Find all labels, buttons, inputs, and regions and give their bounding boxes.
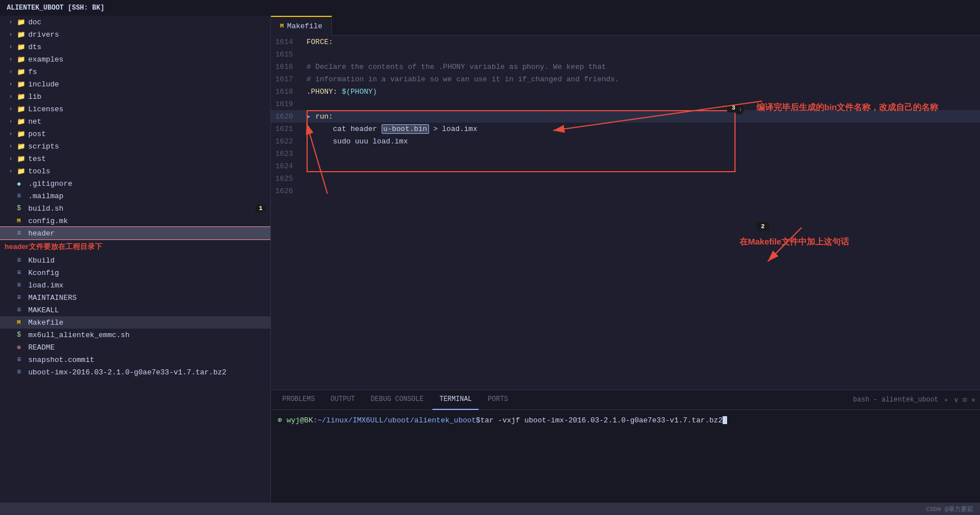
folder-icon: 📁 bbox=[17, 30, 26, 39]
sidebar-label-drivers: drivers bbox=[28, 30, 266, 39]
tab-label-makefile: Makefile bbox=[287, 22, 322, 30]
panel-tab-debug-console[interactable]: DEBUG CONSOLE bbox=[364, 390, 431, 410]
eq-icon: ≡ bbox=[17, 229, 26, 237]
sidebar-item-config.mk[interactable]: Mconfig.mk bbox=[0, 215, 270, 227]
sidebar-item-lib[interactable]: ›📁lib bbox=[0, 90, 270, 103]
sidebar-label-mx6ull_alientek_emmc.sh: mx6ull_alientek_emmc.sh bbox=[28, 331, 266, 339]
panel-tabs: PROBLEMSOUTPUTDEBUG CONSOLETERMINALPORTS… bbox=[271, 390, 980, 410]
sidebar-label-doc: doc bbox=[28, 18, 266, 27]
title-bar: ALIENTEK_UBOOT [SSH: BK] bbox=[0, 0, 980, 16]
code-line-1621: 1621 cat header u-boot.bin > load.imx bbox=[271, 123, 980, 135]
annotation-text2: 在Makefile文件中加上这句话 bbox=[740, 237, 849, 247]
panel-tab-terminal[interactable]: TERMINAL bbox=[432, 390, 479, 410]
sidebar: ›📁doc›📁drivers›📁dts›📁examples›📁fs›📁inclu… bbox=[0, 16, 271, 503]
sidebar-item-mx6ull_alientek_emmc.sh[interactable]: $mx6ull_alientek_emmc.sh bbox=[0, 329, 270, 341]
sidebar-item-dts[interactable]: ›📁dts bbox=[0, 41, 270, 53]
sidebar-label-test: test bbox=[28, 155, 266, 163]
folder-icon: 📁 bbox=[17, 93, 26, 101]
sidebar-item-header[interactable]: ≡header bbox=[0, 227, 270, 239]
folder-icon: 📁 bbox=[17, 105, 26, 114]
sidebar-item-tools[interactable]: ›📁tools bbox=[0, 165, 270, 177]
line-number-1617: 1617 bbox=[271, 75, 302, 84]
eq-icon: ≡ bbox=[17, 306, 26, 314]
sidebar-item-Kbuild[interactable]: ≡Kbuild bbox=[0, 254, 270, 267]
eq-icon: ≡ bbox=[17, 356, 26, 364]
line-content-1620: ▸ run: bbox=[302, 112, 980, 121]
title-bar-text: ALIENTEK_UBOOT [SSH: BK] bbox=[7, 4, 104, 12]
sidebar-item-Licenses[interactable]: ›📁Licenses bbox=[0, 103, 270, 115]
sidebar-item-MAINTAINERS[interactable]: ≡MAINTAINERS bbox=[0, 291, 270, 304]
sidebar-label-Kconfig: Kconfig bbox=[28, 269, 266, 277]
code-line-1616: 1616# Declare the contents of the .PHONY… bbox=[271, 60, 980, 73]
panel-tab-problems[interactable]: PROBLEMS bbox=[275, 390, 322, 410]
eq-icon: ≡ bbox=[17, 281, 26, 289]
panel-split[interactable]: ⊡ bbox=[963, 396, 967, 404]
sidebar-item-post[interactable]: ›📁post bbox=[0, 128, 270, 140]
main-layout: ›📁doc›📁drivers›📁dts›📁examples›📁fs›📁inclu… bbox=[0, 16, 980, 503]
sidebar-label-include: include bbox=[28, 80, 266, 89]
sidebar-label-load.imx: load.imx bbox=[28, 281, 266, 290]
line-number-1626: 1626 bbox=[271, 187, 302, 195]
badge-build.sh: 1 bbox=[255, 204, 266, 212]
annotation-badge2: 2 bbox=[756, 222, 769, 231]
tab-makefile[interactable]: M Makefile bbox=[271, 16, 332, 36]
line-content-1618: .PHONY: $(PHONY) bbox=[302, 88, 980, 96]
sidebar-label-tools: tools bbox=[28, 167, 266, 176]
sidebar-item-.mailmap[interactable]: ≡.mailmap bbox=[0, 190, 270, 202]
tab-bar: M Makefile bbox=[271, 16, 980, 36]
code-line-1619: 1619 bbox=[271, 98, 980, 110]
code-line-1625: 1625 bbox=[271, 172, 980, 185]
sidebar-item-scripts[interactable]: ›📁scripts bbox=[0, 140, 270, 152]
sidebar-item-MAKEALL[interactable]: ≡MAKEALL bbox=[0, 304, 270, 316]
diamond-icon: ◆ bbox=[17, 180, 26, 188]
folder-icon: 📁 bbox=[17, 55, 26, 64]
sidebar-item-fs[interactable]: ›📁fs bbox=[0, 66, 270, 78]
folder-icon: 📁 bbox=[17, 117, 26, 126]
sidebar-label-build.sh: build.sh bbox=[28, 204, 252, 213]
sidebar-label-Kbuild: Kbuild bbox=[28, 256, 266, 265]
sidebar-item-include[interactable]: ›📁include bbox=[0, 78, 270, 90]
sidebar-item-drivers[interactable]: ›📁drivers bbox=[0, 28, 270, 41]
tab-icon-makefile: M bbox=[280, 23, 284, 29]
sidebar-item-examples[interactable]: ›📁examples bbox=[0, 53, 270, 66]
sidebar-label-.mailmap: .mailmap bbox=[28, 192, 266, 200]
line-content-1614: FORCE: bbox=[302, 38, 980, 46]
panel-tab-ports[interactable]: PORTS bbox=[481, 390, 515, 410]
sidebar-item-README[interactable]: ⊗README bbox=[0, 341, 270, 353]
eq-icon: ≡ bbox=[17, 269, 26, 277]
folder-icon: 📁 bbox=[17, 142, 26, 151]
sidebar-label-Makefile: Makefile bbox=[28, 318, 266, 327]
line-content-1622: sudo uuu load.imx bbox=[302, 137, 980, 146]
sidebar-label-MAKEALL: MAKEALL bbox=[28, 306, 266, 315]
terminal-content[interactable]: ⊕ wyj@BK:~/linux/IMX6ULL/uboot/alientek_… bbox=[271, 410, 980, 503]
sidebar-item-doc[interactable]: ›📁doc bbox=[0, 16, 270, 28]
sidebar-item-test[interactable]: ›📁test bbox=[0, 152, 270, 165]
line-number-1623: 1623 bbox=[271, 150, 302, 158]
sidebar-annotation-header: header文件要放在工程目录下 bbox=[0, 239, 270, 254]
panel-tab-output[interactable]: OUTPUT bbox=[324, 390, 362, 410]
line-number-1618: 1618 bbox=[271, 88, 302, 96]
panel-chevron[interactable]: ∨ bbox=[954, 396, 958, 404]
folder-icon: 📁 bbox=[17, 155, 26, 163]
sidebar-item-build.sh[interactable]: $build.sh1 bbox=[0, 202, 270, 215]
dollar-icon: $ bbox=[17, 331, 26, 339]
code-content[interactable]: 1614FORCE:16151616# Declare the contents… bbox=[271, 36, 980, 390]
arrow-icon: › bbox=[9, 131, 17, 137]
panel-plus[interactable]: ＋ bbox=[943, 395, 950, 405]
sidebar-item-net[interactable]: ›📁net bbox=[0, 115, 270, 128]
sidebar-item-.gitignore[interactable]: ◆.gitignore bbox=[0, 177, 270, 190]
code-line-1615: 1615 bbox=[271, 48, 980, 60]
panel-close-icon[interactable]: ✕ bbox=[972, 396, 975, 404]
code-line-1622: 1622 sudo uuu load.imx bbox=[271, 135, 980, 147]
folder-icon: 📁 bbox=[17, 43, 26, 51]
sidebar-item-Kconfig[interactable]: ≡Kconfig bbox=[0, 267, 270, 279]
sidebar-label-uboot-imx: uboot-imx-2016.03-2.1.0-g0ae7e33-v1.7.ta… bbox=[28, 368, 266, 377]
sidebar-item-uboot-imx[interactable]: ≡uboot-imx-2016.03-2.1.0-g0ae7e33-v1.7.t… bbox=[0, 366, 270, 378]
terminal-command: tar -vxjf uboot-imx-2016.03-2.1.0-g0ae7e… bbox=[480, 416, 723, 425]
sidebar-item-load.imx[interactable]: ≡load.imx bbox=[0, 279, 270, 291]
arrow-icon: › bbox=[9, 56, 17, 63]
sidebar-item-Makefile[interactable]: MMakefile bbox=[0, 316, 270, 329]
sidebar-item-snapshot.commit[interactable]: ≡snapshot.commit bbox=[0, 353, 270, 366]
arrow-icon: › bbox=[9, 19, 17, 25]
eq-icon: ≡ bbox=[17, 368, 26, 376]
